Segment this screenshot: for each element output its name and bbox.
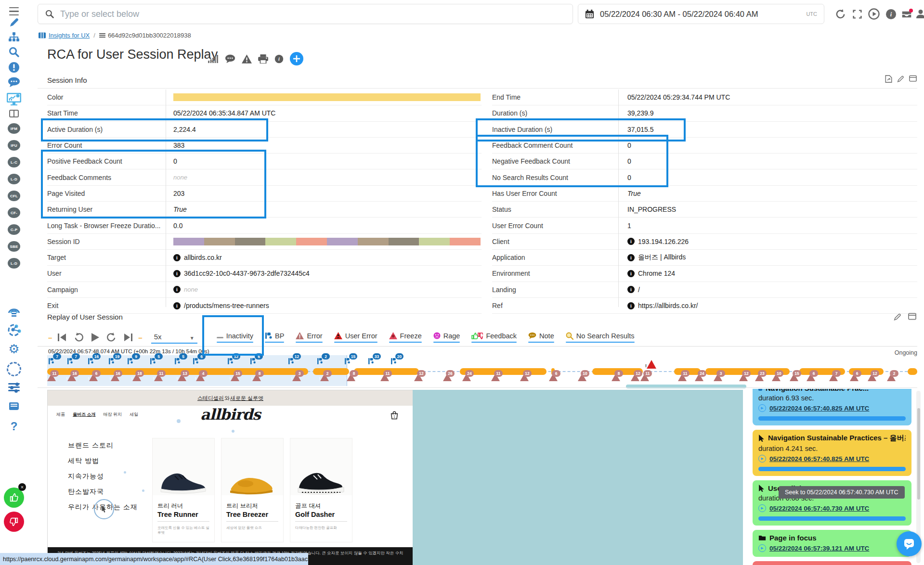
- site-nav-item[interactable]: 제품: [56, 411, 65, 418]
- thumbs-down-button[interactable]: [4, 512, 24, 532]
- comment-icon[interactable]: [225, 54, 235, 64]
- site-nav-item[interactable]: 매장 위치: [104, 411, 122, 418]
- chat-widget-button[interactable]: [897, 531, 922, 556]
- menu-icon[interactable]: [9, 6, 19, 17]
- error-marker[interactable]: !11: [154, 373, 163, 381]
- error-marker[interactable]: !10: [578, 373, 586, 381]
- search-icon[interactable]: [8, 46, 20, 58]
- error-marker[interactable]: !7: [829, 373, 838, 381]
- info-icon[interactable]: i: [627, 238, 635, 245]
- info-icon[interactable]: i: [173, 270, 181, 277]
- sidebar-item-cfl[interactable]: CFL: [8, 191, 20, 201]
- breadcrumb-app-link[interactable]: Insights for UX: [49, 32, 90, 39]
- error-marker[interactable]: !15: [231, 373, 239, 381]
- event-timestamp-link[interactable]: 05/22/2024 06:57:39.121 AM UTC: [769, 545, 869, 552]
- edit-icon[interactable]: [9, 17, 19, 28]
- error-marker[interactable]: !12: [739, 373, 748, 381]
- event-card-2[interactable]: Navigation Sustainable Practices – 올버즈du…: [753, 430, 911, 476]
- user-icon[interactable]: [914, 7, 924, 21]
- play-icon[interactable]: ▶: [758, 504, 766, 512]
- sidebar-item-cf-[interactable]: CF-: [8, 207, 20, 218]
- sidebar-item-ifu[interactable]: IFU: [8, 140, 20, 151]
- legend-item-feedback[interactable]: Feedback: [471, 332, 517, 343]
- product-card[interactable]: 트리 러너Tree Runner오래도록 신을 수 있는 베스트 실루엣: [153, 438, 214, 542]
- info-icon[interactable]: i: [884, 7, 898, 21]
- legend-item-error[interactable]: Error: [296, 332, 322, 343]
- error-marker[interactable]: !11: [380, 373, 389, 381]
- product-card[interactable]: 골프 대셔Golf Dasher다재다능한 편안한 골프화: [290, 438, 352, 542]
- info-icon[interactable]: i: [274, 54, 284, 64]
- sidebar-item-ifm[interactable]: IFM: [8, 123, 20, 134]
- sidebar-item-c-p[interactable]: C-P: [8, 224, 20, 235]
- broadcast-icon[interactable]: [7, 304, 21, 318]
- monitor-chart-icon[interactable]: [6, 92, 22, 106]
- error-marker[interactable]: !8: [347, 373, 355, 381]
- info-icon[interactable]: i: [627, 254, 635, 261]
- error-marker[interactable]: !12: [868, 373, 876, 381]
- replay-timeline[interactable]: 05/22/2024 06:57:48.074 AM UTC (+00h 22m…: [47, 347, 917, 386]
- error-marker[interactable]: !16: [67, 373, 76, 381]
- info-icon[interactable]: i: [173, 254, 181, 261]
- play-icon[interactable]: [867, 7, 881, 21]
- refresh-icon[interactable]: [833, 7, 847, 21]
- event-card-1[interactable]: Navigation Sustainable Prac...duration 6…: [753, 389, 911, 425]
- error-marker[interactable]: !4: [196, 373, 205, 381]
- play-icon[interactable]: ▶: [758, 544, 766, 552]
- error-marker[interactable]: !23: [755, 373, 764, 381]
- info-icon[interactable]: i: [627, 270, 635, 277]
- fullscreen-icon[interactable]: [850, 7, 864, 21]
- error-marker[interactable]: !3: [292, 373, 301, 381]
- error-marker[interactable]: !8: [612, 373, 620, 381]
- legend-item-user-error[interactable]: User Error: [334, 332, 377, 343]
- error-marker[interactable]: !12: [631, 373, 639, 381]
- error-marker[interactable]: !6: [850, 373, 859, 381]
- error-marker[interactable]: !3: [714, 373, 722, 381]
- error-marker[interactable]: !24: [462, 373, 471, 381]
- help-icon[interactable]: ?: [11, 420, 18, 433]
- gear-icon[interactable]: ⚙: [8, 343, 19, 355]
- dashed-circle-icon[interactable]: [7, 362, 21, 376]
- error-marker[interactable]: !10: [772, 373, 781, 381]
- rail-scrollbar-thumb[interactable]: [917, 408, 920, 500]
- search-input[interactable]: [59, 9, 566, 20]
- error-marker[interactable]: !11: [47, 373, 56, 381]
- comments-icon[interactable]: [8, 77, 20, 88]
- date-range-picker[interactable]: 05/22/2024 06:30 AM - 05/22/2024 06:40 A…: [578, 4, 824, 24]
- banner-link-steady-seller[interactable]: 스테디셀러: [197, 395, 224, 402]
- site-menu-item[interactable]: 세탁 방법: [68, 457, 138, 465]
- sitemap-icon[interactable]: [8, 32, 20, 42]
- site-menu-item[interactable]: 브랜드 스토리: [68, 441, 138, 450]
- event-timestamp-link[interactable]: 05/22/2024 06:57:40.825 AM UTC: [769, 405, 869, 412]
- warning-icon[interactable]: [242, 54, 252, 64]
- event-timestamp-link[interactable]: 05/22/2024 06:57:40.825 AM UTC: [769, 455, 869, 462]
- error-marker[interactable]: !18: [132, 373, 141, 381]
- error-marker[interactable]: !6: [549, 373, 558, 381]
- share-sync-icon[interactable]: [7, 323, 21, 337]
- site-nav-item[interactable]: 세일: [130, 411, 138, 418]
- forward-button[interactable]: [106, 333, 117, 342]
- sidebar-item-l-d[interactable]: L-D: [8, 174, 20, 184]
- close-icon[interactable]: ×: [18, 483, 26, 491]
- play-icon[interactable]: ▶: [758, 455, 766, 462]
- export-icon[interactable]: [885, 75, 892, 83]
- book-icon[interactable]: [9, 402, 19, 410]
- alert-icon[interactable]: [8, 62, 20, 73]
- signal-bars-icon[interactable]: [208, 55, 219, 63]
- error-marker[interactable]: !16: [111, 373, 119, 381]
- legend-item-inactivity[interactable]: Inactivity: [217, 332, 253, 343]
- skip-to-end-button[interactable]: [123, 333, 133, 342]
- error-marker[interactable]: !12: [414, 373, 423, 381]
- add-button[interactable]: [290, 52, 303, 65]
- edit-icon[interactable]: [894, 313, 901, 321]
- event-card-5[interactable]: First: [753, 561, 911, 565]
- error-marker[interactable]: !12: [520, 373, 529, 381]
- error-marker[interactable]: !6: [89, 373, 98, 381]
- error-marker[interactable]: !2: [887, 373, 896, 381]
- info-icon[interactable]: i: [627, 286, 635, 293]
- sidebar-item-sbe[interactable]: SBE: [8, 241, 20, 252]
- error-marker[interactable]: !8: [252, 373, 261, 381]
- error-marker[interactable]: !11: [678, 373, 687, 381]
- error-marker[interactable]: !2: [320, 373, 329, 381]
- error-marker[interactable]: !6: [807, 373, 815, 381]
- speed-select[interactable]: 5x▼: [151, 332, 197, 344]
